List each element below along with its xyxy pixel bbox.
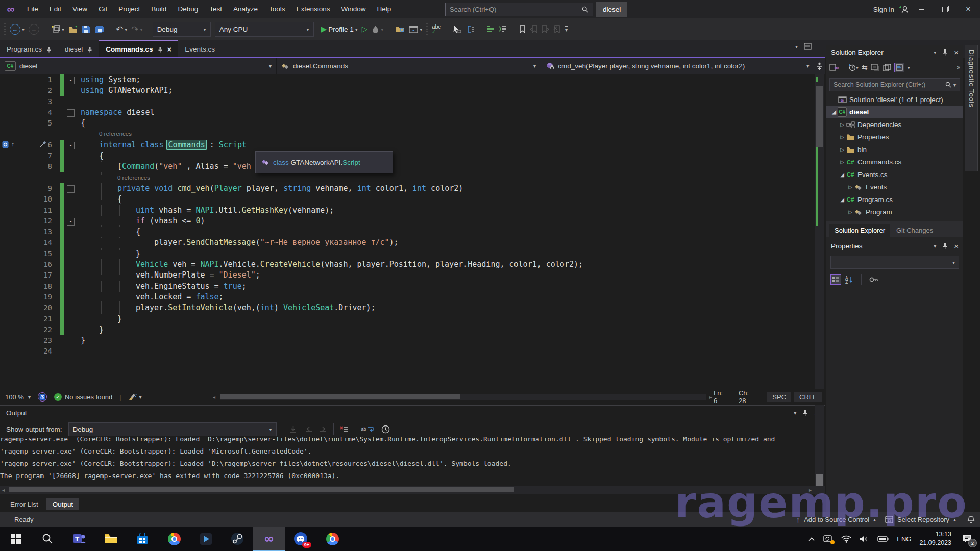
alphabetical-button[interactable]: AZ: [845, 276, 853, 284]
output-horizontal-scrollbar[interactable]: ◂ ▸: [0, 486, 825, 494]
scrollbar-thumb[interactable]: [220, 394, 460, 399]
collapsed-arrow-icon[interactable]: ▷: [847, 209, 854, 215]
pin-icon[interactable]: [942, 243, 948, 249]
chevron-down-icon[interactable]: ▾: [934, 49, 936, 55]
previous-bookmark-button[interactable]: [528, 21, 540, 37]
goto-message-icon[interactable]: [289, 425, 297, 433]
window-position-chevron-icon[interactable]: ▾: [794, 410, 796, 416]
tree-item-program-cs[interactable]: ◢C#Program.cs: [826, 193, 963, 206]
menu-item-test[interactable]: Test: [204, 0, 228, 18]
collapsed-arrow-icon[interactable]: ▷: [839, 147, 846, 153]
taskbar-clock[interactable]: 13:13 21.09.2023: [919, 530, 951, 547]
taskbar-taskbar-search[interactable]: [32, 527, 63, 551]
quick-search-box[interactable]: Search (Ctrl+Q): [445, 3, 593, 16]
start-without-debugging-button[interactable]: ▷: [360, 21, 370, 37]
pin-icon[interactable]: [942, 49, 948, 56]
undo-button[interactable]: ↶▾: [114, 21, 129, 37]
hscroll-right-arrow[interactable]: ▸: [807, 487, 814, 493]
pin-icon[interactable]: [158, 46, 163, 53]
tree-item-dependencies[interactable]: ▷Dependencies: [826, 118, 963, 131]
switch-views-icon[interactable]: ∞: [829, 63, 839, 71]
taskbar-steam[interactable]: [222, 527, 253, 551]
menu-item-file[interactable]: File: [21, 0, 44, 18]
show-all-files-icon[interactable]: [883, 64, 891, 71]
navigate-forward-button[interactable]: →: [27, 21, 41, 37]
spell-check-button[interactable]: abc✓: [430, 21, 443, 37]
close-icon[interactable]: ×: [167, 45, 172, 54]
tab-events-cs[interactable]: Events.cs: [178, 40, 222, 58]
collapsed-arrow-icon[interactable]: ▷: [839, 134, 846, 140]
hidden-icons-chevron-icon[interactable]: [808, 537, 815, 541]
save-button[interactable]: [80, 21, 92, 37]
menu-item-extensions[interactable]: Extensions: [291, 0, 336, 18]
menu-item-analyze[interactable]: Analyze: [228, 0, 263, 18]
hscroll-left-arrow[interactable]: ◂: [211, 394, 217, 400]
tab-commands-cs[interactable]: Commands.cs×: [99, 40, 178, 58]
close-icon[interactable]: ×: [954, 48, 959, 57]
tree-item-properties[interactable]: ▷Properties: [826, 131, 963, 144]
tree-item-bin[interactable]: ▷bin: [826, 143, 963, 156]
menu-item-help[interactable]: Help: [372, 0, 397, 18]
menu-item-git[interactable]: Git: [93, 0, 113, 18]
pin-icon[interactable]: [802, 410, 808, 416]
menu-item-build[interactable]: Build: [145, 0, 172, 18]
taskbar-discord[interactable]: 9+: [285, 527, 316, 551]
fold-button[interactable]: -: [67, 109, 75, 117]
toggle-bookmark-button[interactable]: [517, 21, 528, 37]
quick-actions-screwdriver-icon[interactable]: [39, 141, 46, 148]
line-indicator[interactable]: Ln: 6: [714, 389, 725, 405]
preview-selected-items-button[interactable]: [894, 63, 904, 72]
breakpoint-margin-icon[interactable]: [2, 141, 10, 148]
tree-item-solution-diesel-1-of-1-project-[interactable]: ∞Solution 'diesel' (1 of 1 project): [826, 93, 963, 106]
menu-item-project[interactable]: Project: [113, 0, 145, 18]
pin-icon[interactable]: [87, 46, 92, 53]
collapsed-arrow-icon[interactable]: ▷: [839, 122, 846, 128]
sync-with-active-document-icon[interactable]: ⇆: [862, 63, 868, 71]
tab-diesel[interactable]: diesel: [58, 40, 99, 58]
panel-tab-error-list[interactable]: Error List: [4, 498, 44, 510]
save-all-button[interactable]: [92, 21, 106, 37]
code-editor[interactable]: 1-using System;2using GTANetworkAPI;34-n…: [0, 74, 815, 389]
hscroll-left-arrow[interactable]: ◂: [0, 487, 7, 493]
zoom-level-dropdown[interactable]: 100 %▾: [5, 393, 31, 401]
add-to-source-control-button[interactable]: Add to Source Control: [804, 516, 869, 523]
breadcrumb-member-dropdown[interactable]: cmd_veh(Player player, string vehname, i…: [541, 58, 814, 74]
code-cleanup-button[interactable]: ▾: [129, 393, 142, 401]
panel-tab-output[interactable]: Output: [46, 498, 80, 510]
pin-icon[interactable]: [46, 46, 52, 53]
redo-button[interactable]: ↷▾: [129, 21, 144, 37]
codelens-references[interactable]: 0 references: [99, 129, 132, 139]
toolbar-overflow-icon[interactable]: »: [957, 64, 960, 71]
sign-in-person-icon[interactable]: [898, 5, 910, 14]
collapsed-arrow-icon[interactable]: ▷: [839, 159, 846, 165]
pending-changes-filter-button[interactable]: ▾: [847, 63, 859, 71]
close-button[interactable]: ×: [957, 0, 980, 18]
expanded-arrow-icon[interactable]: ◢: [839, 197, 846, 203]
restore-button[interactable]: [933, 0, 957, 18]
taskbar-media-player[interactable]: [190, 527, 222, 551]
feedback-project-badge[interactable]: diesel: [596, 2, 627, 17]
column-indicator[interactable]: Ch: 28: [739, 389, 754, 405]
menu-item-edit[interactable]: Edit: [44, 0, 67, 18]
chevron-down-icon[interactable]: ▾: [934, 243, 936, 249]
open-folder-button[interactable]: [66, 21, 80, 37]
sign-in-link[interactable]: Sign in: [873, 6, 894, 13]
battery-icon[interactable]: [877, 536, 889, 542]
menu-item-debug[interactable]: Debug: [172, 0, 204, 18]
hot-reload-button[interactable]: ▾: [370, 21, 385, 37]
taskbar-visual-studio[interactable]: ∞: [253, 527, 285, 551]
close-icon[interactable]: ×: [954, 242, 959, 251]
bell-icon[interactable]: [967, 515, 975, 524]
editor-vertical-scrollbar[interactable]: [815, 74, 824, 389]
taskbar-file-explorer[interactable]: [95, 527, 127, 551]
solution-configuration-dropdown[interactable]: Debug▾: [153, 22, 211, 37]
panel-tab-solution-explorer[interactable]: Solution Explorer: [829, 224, 890, 237]
panel-tab-git-changes[interactable]: Git Changes: [891, 224, 938, 237]
uncomment-lines-button[interactable]: [497, 21, 509, 37]
tree-item-diesel[interactable]: ◢C#diesel: [826, 106, 963, 119]
taskbar-store[interactable]: [127, 527, 158, 551]
window-list-icon[interactable]: [804, 43, 812, 50]
menu-item-view[interactable]: View: [67, 0, 93, 18]
timestamp-icon[interactable]: [381, 425, 390, 434]
toolbar-grip[interactable]: [4, 23, 6, 35]
